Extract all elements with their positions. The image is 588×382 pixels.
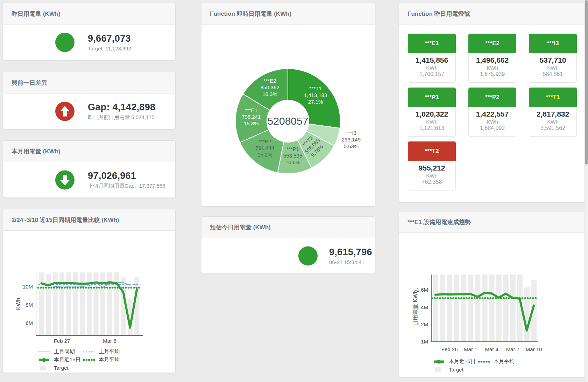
- card-body: 9,667,073 Target: 11,128,992: [3, 25, 175, 60]
- light-tile: ***T2955,212KWh762,358: [408, 141, 456, 190]
- light-tile-status-header: ***T2: [408, 141, 456, 161]
- light-tile-unit: KWh: [408, 65, 455, 71]
- compare-line-chart[interactable]: 10M8M6MFeb 27Mar 6KWh: [3, 231, 176, 346]
- yesterday-usage-target: Target: 11,128,992: [88, 46, 131, 51]
- light-tile-body: 1,415,856KWh1,700,157: [408, 56, 455, 77]
- light-tile-unit: KWh: [408, 119, 455, 125]
- light-tile-name: ***E1: [425, 40, 439, 47]
- day-gap-subtitle: 昨日與前日用電量 5,524,175: [88, 114, 155, 121]
- x-tick-label: Mar 7: [506, 346, 519, 352]
- light-tile-value: 1,422,557: [469, 110, 516, 118]
- card-header: Function 即時日用電量 (KWh): [201, 3, 375, 25]
- legend-item[interactable]: 上月平均: [83, 348, 127, 355]
- light-tile-name: ***T2: [425, 148, 439, 155]
- trend-line-chart[interactable]: 1.6M1.4M1.2M1MFeb 26Mar 1Mar 4Mar 7Mar 1…: [399, 233, 585, 355]
- legend-swatch-dashed: [83, 349, 95, 354]
- legend-item[interactable]: Target: [433, 367, 477, 373]
- target-bar: [468, 275, 473, 342]
- legend-swatch-dotted: [477, 359, 490, 364]
- card-trend-chart: ***E1 設備用電達成趨勢 1.6M1.4M1.2M1MFeb 26Mar 1…: [399, 211, 585, 377]
- light-tile-status-header: ***E1: [408, 34, 456, 53]
- target-bar: [503, 275, 509, 342]
- light-tile-unit: KWh: [469, 119, 516, 125]
- light-tile: ***E11,415,856KWh1,700,157: [408, 34, 456, 83]
- legend-item[interactable]: Target: [38, 365, 83, 371]
- legend-row: 上月同期上月平均: [38, 348, 127, 356]
- target-bar: [482, 275, 488, 342]
- target-bar: [510, 275, 516, 342]
- light-tile-unit: KWh: [469, 65, 516, 71]
- y-tick-label: 8M: [26, 302, 33, 308]
- legend-item[interactable]: 本月近15日: [433, 358, 477, 365]
- card-header: 與前一日差異: [3, 72, 175, 93]
- stat-text: 9,615,796 06-21 15:34:41: [329, 247, 372, 265]
- light-tile-name: ***I3: [547, 40, 559, 47]
- legend-item[interactable]: 上月同期: [38, 348, 83, 355]
- scrollbar-thumb[interactable]: [585, 0, 588, 165]
- target-bar: [489, 275, 495, 342]
- light-tile: ***P11,020,322KWh1,121,613: [408, 88, 456, 137]
- target-bar: [496, 275, 502, 342]
- up-arrow-icon: [55, 102, 75, 121]
- y-axis-title: KWh: [15, 298, 21, 310]
- scrollbar-track[interactable]: [585, 0, 588, 382]
- legend-item[interactable]: 本月平均: [83, 356, 127, 363]
- card-body: 1.6M1.4M1.2M1MFeb 26Mar 1Mar 4Mar 7Mar 1…: [399, 233, 585, 377]
- card-title: Function 即時日用電量 (KWh): [210, 10, 291, 18]
- target-bar: [80, 272, 85, 335]
- legend-item[interactable]: 本月近15日: [38, 356, 83, 363]
- target-bar: [66, 272, 71, 335]
- y-tick-label: 1M: [421, 339, 428, 345]
- light-tile-target: 1,684,092: [469, 125, 516, 131]
- light-tile-body: 537,710KWh584,861: [529, 56, 576, 77]
- light-tile-body: 1,496,662KWh1,675,939: [469, 56, 516, 77]
- function-usage-donut-chart[interactable]: ***T11,413,18327.1%***I3293,1495.63%***T…: [201, 25, 376, 193]
- legend-swatch-thick: [38, 357, 50, 362]
- lights-grid: ***E11,415,856KWh1,700,157***E21,496,662…: [408, 34, 577, 190]
- light-tile-name: ***E2: [485, 40, 500, 47]
- target-bar: [114, 272, 119, 335]
- light-tile-status-header: ***P2: [468, 88, 516, 107]
- legend-item[interactable]: 本月平均: [477, 358, 522, 365]
- light-tile-value: 1,020,322: [408, 110, 455, 118]
- target-bar: [440, 275, 445, 342]
- target-bar: [73, 272, 78, 335]
- down-arrow-circle-icon: [55, 170, 75, 189]
- light-tile-target: 1,675,939: [469, 71, 516, 77]
- light-tile-name: ***P2: [485, 94, 500, 101]
- light-tile-value: 1,415,856: [408, 56, 455, 64]
- legend-swatch-target: [433, 367, 445, 372]
- card-header: 本月用電量 (KWh): [3, 141, 175, 162]
- target-bar: [454, 275, 459, 342]
- x-tick-label: Feb 27: [54, 338, 70, 344]
- card-body: 10M8M6MFeb 27Mar 6KWh 上月同期上月平均本月近15日本月平均…: [3, 231, 175, 373]
- legend-label: 上月平均: [99, 348, 120, 355]
- month-usage-value: 97,026,961: [88, 171, 165, 181]
- legend-label: 本月近15日: [449, 358, 476, 365]
- card-lights: Function 昨日用電燈號 ***E11,415,856KWh1,700,1…: [399, 3, 585, 202]
- light-tile: ***E21,496,662KWh1,675,939: [468, 34, 516, 83]
- light-tile-status-header: ***E2: [468, 34, 516, 53]
- up-arrow-circle-icon: [55, 102, 75, 121]
- target-bar: [461, 275, 466, 342]
- light-tile-target: 1,121,613: [408, 125, 455, 131]
- light-tile-body: 1,020,322KWh1,121,613: [408, 110, 455, 131]
- donut-slice-label: ***I3293,1495.63%: [342, 130, 361, 149]
- target-bar: [447, 275, 452, 342]
- legend-swatch-target: [38, 366, 50, 370]
- legend-label: 本月平均: [99, 356, 120, 363]
- target-bar: [59, 272, 64, 335]
- card-yesterday-usage: 昨日用電量 (KWh) 9,667,073 Target: 11,128,992: [3, 3, 176, 60]
- card-title: 與前一日差異: [12, 79, 47, 87]
- trend-chart-legend: 本月近15日本月平均Target: [433, 357, 522, 374]
- target-bar: [100, 272, 105, 335]
- day-gap-value: Gap: 4,142,898: [88, 102, 155, 113]
- light-tile-target: 762,358: [408, 179, 455, 185]
- card-body: ***E11,415,856KWh1,700,157***E21,496,662…: [399, 25, 585, 202]
- target-bar: [524, 287, 530, 342]
- x-tick-label: Mar 10: [526, 346, 542, 352]
- legend-swatch-thin: [38, 349, 50, 354]
- light-tile-target: 3,591,562: [529, 125, 576, 131]
- light-tile-value: 537,710: [529, 56, 576, 64]
- stat-text: Gap: 4,142,898 昨日與前日用電量 5,524,175: [88, 102, 155, 121]
